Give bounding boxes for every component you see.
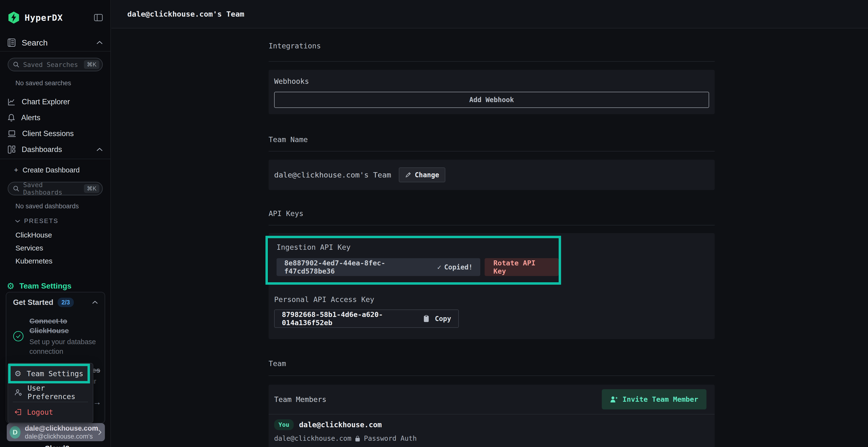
brand-title: HyperDX xyxy=(25,13,63,23)
page-title: dale@clickhouse.com's Team xyxy=(127,10,244,18)
webhooks-label: Webhooks xyxy=(274,77,709,85)
presets-label: PRESETS xyxy=(24,217,58,225)
magnifier-icon xyxy=(13,185,19,192)
add-webhook-button[interactable]: Add Webhook xyxy=(274,92,709,108)
create-dashboard-button[interactable]: + Create Dashboard xyxy=(14,166,111,174)
member-name: dale@clickhouse.com xyxy=(299,420,382,429)
sidebar-divider xyxy=(0,159,111,159)
chevron-down-icon xyxy=(15,220,20,222)
plus-icon: + xyxy=(14,166,18,174)
preset-item-kubernetes[interactable]: Kubernetes xyxy=(16,257,111,265)
no-saved-searches-text: No saved searches xyxy=(16,79,111,87)
chevron-up-icon[interactable] xyxy=(96,41,103,44)
invite-team-member-button[interactable]: Invite Team Member xyxy=(602,389,707,409)
sidebar-collapse-icon[interactable] xyxy=(94,14,103,21)
clipboard-icon xyxy=(424,315,429,322)
section-rule xyxy=(269,375,715,376)
saved-searches-placeholder: Saved Searches xyxy=(23,61,78,68)
section-rule xyxy=(269,61,715,62)
sidebar-item-client-sessions[interactable]: Client Sessions xyxy=(0,129,111,138)
clipped-cloud-text: Cloud? xyxy=(44,444,98,447)
personal-api-key-value: 87982668-58b1-4d6e-a620-014a136f52eb xyxy=(282,310,417,327)
settings-content: Integrations Webhooks Add Webhook Team N… xyxy=(269,42,715,447)
sidebar-item-chart-explorer[interactable]: Chart Explorer xyxy=(0,98,111,106)
chevron-up-icon[interactable] xyxy=(92,301,98,304)
personal-api-key-chip[interactable]: 87982668-58b1-4d6e-a620-014a136f52eb Cop… xyxy=(274,309,459,328)
change-button-label: Change xyxy=(415,171,439,179)
annotation-box-ingestion-key: Ingestion API Key 8e887902-4ed7-44ea-8fe… xyxy=(266,236,561,285)
laptop-icon xyxy=(8,130,16,137)
no-saved-dashboards-text: No saved dashboards xyxy=(16,203,111,210)
page-header: dale@clickhouse.com's Team xyxy=(112,0,868,28)
logo-row: HyperDX xyxy=(0,0,111,24)
menu-item-logout[interactable]: Logout xyxy=(8,405,93,419)
checklist-item-connect[interactable]: Connect to ClickHouse Set up your databa… xyxy=(13,316,98,356)
sidebar-item-team-settings[interactable]: ⚙ Team Settings xyxy=(7,281,111,291)
app-window: HyperDX Search Sav xyxy=(0,0,868,447)
sidebar-item-label: Dashboards xyxy=(22,145,62,154)
chevron-up-icon[interactable] xyxy=(96,148,103,151)
section-title-team-name: Team Name xyxy=(269,135,715,144)
ingestion-api-key-value: 8e887902-4ed7-44ea-8fec-f47cd578be36 xyxy=(284,259,428,275)
sidebar-item-label: Chart Explorer xyxy=(22,98,70,106)
annotation-box-team-settings: ⚙ Team Settings xyxy=(8,364,90,383)
api-keys-card: Ingestion API Key 8e887902-4ed7-44ea-8fe… xyxy=(269,233,715,339)
copy-button[interactable]: Copy xyxy=(435,315,451,323)
preset-item-services[interactable]: Services xyxy=(16,244,111,252)
gear-icon: ⚙ xyxy=(14,369,22,378)
saved-dashboards-input[interactable]: Saved Dashboards ⌘K xyxy=(8,182,103,195)
check-circle-icon xyxy=(13,331,24,342)
create-dashboard-label: Create Dashboard xyxy=(23,166,80,174)
presets-toggle[interactable]: PRESETS xyxy=(15,217,111,225)
sidebar-divider xyxy=(0,51,111,51)
team-member-row: You dale@clickhouse.com dale@clickhouse.… xyxy=(269,414,715,442)
chart-explorer-icon xyxy=(8,98,16,106)
invite-button-label: Invite Team Member xyxy=(623,395,698,403)
menu-divider xyxy=(13,402,88,402)
team-members-header: Team Members Invite Team Member xyxy=(269,385,715,414)
dashboards-shortcut-badge: ⌘K xyxy=(84,184,99,193)
user-account-chip[interactable]: D dale@clickhouse.com dale@clickhouse.co… xyxy=(7,423,105,441)
user-email: dale@clickhouse.com xyxy=(25,425,98,432)
section-title-integrations: Integrations xyxy=(269,42,715,50)
section-rule xyxy=(269,151,715,151)
checklist-item-title: Connect to ClickHouse xyxy=(29,316,97,336)
change-team-name-button[interactable]: Change xyxy=(399,167,445,182)
sidebar-item-alerts[interactable]: Alerts xyxy=(0,113,111,122)
sidebar-item-label: Client Sessions xyxy=(22,129,74,138)
saved-searches-input[interactable]: Saved Searches ⌘K xyxy=(8,58,103,71)
user-team-name: dale@clickhouse.com's xyxy=(25,433,98,440)
logout-icon xyxy=(14,409,22,416)
preset-item-clickhouse[interactable]: ClickHouse xyxy=(16,231,111,239)
lock-icon xyxy=(355,436,360,442)
sidebar-item-label: Alerts xyxy=(21,113,40,122)
search-shortcut-badge: ⌘K xyxy=(84,60,99,69)
search-section-icon xyxy=(8,38,16,47)
sidebar-section-search[interactable]: Search xyxy=(0,38,111,47)
gear-icon: ⚙ xyxy=(7,281,14,291)
person-plus-icon xyxy=(610,396,618,403)
you-badge: You xyxy=(274,419,294,430)
hyperdx-logo-icon xyxy=(8,11,20,24)
menu-item-label: Team Settings xyxy=(27,370,84,378)
ingestion-api-key-label: Ingestion API Key xyxy=(277,243,559,251)
get-started-header[interactable]: Get Started 2/3 xyxy=(13,298,98,307)
personal-api-key-label: Personal API Access Key xyxy=(274,295,709,304)
main-area: dale@clickhouse.com's Team Integrations … xyxy=(112,0,868,447)
menu-item-label: Logout xyxy=(27,408,53,416)
sidebar: HyperDX Search Sav xyxy=(0,0,111,447)
ingestion-api-key-chip[interactable]: 8e887902-4ed7-44ea-8fec-f47cd578be36 ✓ C… xyxy=(277,258,480,276)
section-title-api-keys: API Keys xyxy=(269,209,715,218)
avatar: D xyxy=(10,426,21,439)
rotate-api-key-button[interactable]: Rotate API Key xyxy=(485,258,559,276)
menu-item-user-preferences[interactable]: User Preferences xyxy=(8,385,93,399)
menu-item-team-settings[interactable]: ⚙ Team Settings xyxy=(10,366,88,381)
sidebar-item-dashboards[interactable]: Dashboards xyxy=(0,145,111,154)
team-members-label: Team Members xyxy=(274,395,327,404)
bell-icon xyxy=(8,114,15,122)
checklist-item-subtitle: Set up your database connection xyxy=(29,337,97,356)
team-name-card: dale@clickhouse.com's Team Change xyxy=(269,160,715,190)
section-title-team: Team xyxy=(269,359,715,368)
team-settings-label: Team Settings xyxy=(19,281,71,290)
team-card: Team Members Invite Team Member You dale… xyxy=(269,385,715,447)
